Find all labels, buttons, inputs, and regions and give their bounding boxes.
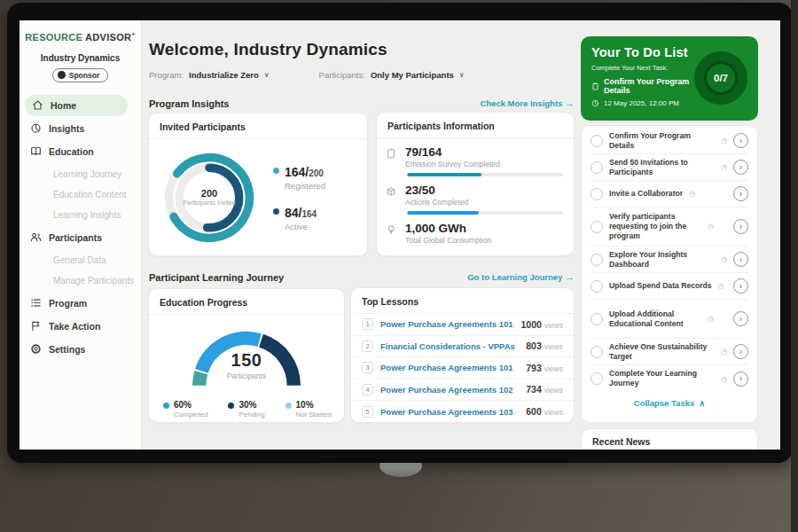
dashboard-screen: RESOURCE ADVISOR+ Industry Dynamics Spon…: [20, 20, 780, 450]
clock-icon: ◷: [708, 315, 714, 323]
task-row: Send 50 Invitations to Participants ◷ ›: [591, 154, 748, 181]
task-row: Upload Additional Educational Content ◷ …: [591, 300, 748, 339]
not-started-dot: [286, 403, 292, 409]
active-label: Active: [285, 222, 317, 231]
go-to-learning-journey-link[interactable]: Go to Learning Journey →: [467, 271, 575, 282]
sidebar-item-label: Home: [51, 100, 76, 111]
task-go-button[interactable]: ›: [733, 160, 748, 175]
rank-badge: 1: [362, 318, 373, 330]
clock-icon: ◷: [718, 282, 724, 290]
lesson-link[interactable]: Power Purchase Agreements 101: [380, 319, 513, 329]
task-checkbox[interactable]: [591, 188, 603, 200]
sidebar-item-insights[interactable]: Insights: [30, 118, 141, 139]
arrow-right-icon: →: [565, 271, 575, 282]
views-number: 734: [526, 384, 542, 395]
participants-dropdown[interactable]: Participants: Only My Participants ∨: [319, 70, 465, 80]
registered-label: Registered: [285, 181, 325, 191]
chevron-up-icon: ∧: [699, 398, 705, 408]
check-more-insights-link[interactable]: Check More Insights →: [480, 98, 575, 108]
invited-caption: Participants Invited: [183, 200, 236, 207]
lesson-link[interactable]: Power Purchase Agreements 103: [380, 407, 513, 417]
task-go-button[interactable]: ›: [733, 278, 748, 293]
legend-completed: 60% Completed: [163, 400, 208, 419]
sidebar-item-take-action[interactable]: Take Action: [30, 316, 141, 337]
chevron-right-icon: ›: [739, 314, 742, 324]
sidebar-item-general-data[interactable]: General Data: [30, 250, 141, 270]
sidebar-item-education[interactable]: Education: [30, 141, 141, 162]
lesson-row: 1 Power Purchase Agreements 101 1000 vie…: [351, 314, 574, 336]
task-checkbox[interactable]: [591, 313, 603, 325]
stat-value: 79/164: [405, 145, 500, 159]
participants-value: Only My Participants: [371, 70, 454, 80]
sidebar-item-learning-journey[interactable]: Learning Journey: [30, 164, 141, 184]
card-title: Education Progress: [149, 289, 344, 315]
sponsor-badge[interactable]: Sponsor: [52, 68, 108, 82]
legend-not-started: 10% Not Started: [286, 400, 332, 419]
views-number: 803: [526, 340, 542, 351]
task-go-button[interactable]: ›: [733, 219, 748, 234]
rank-badge: 3: [362, 362, 373, 373]
clock-icon: ◷: [721, 137, 727, 145]
task-go-button[interactable]: ›: [733, 344, 748, 359]
task-checkbox[interactable]: [591, 346, 603, 358]
active-value: 84/: [285, 206, 301, 220]
stat-label: Total Global Consumption: [405, 236, 491, 245]
book-icon: [30, 145, 42, 157]
stat-actions-completed: 23/50 Actions Completed: [377, 176, 574, 207]
sidebar-item-program[interactable]: Program: [30, 293, 141, 314]
task-checkbox[interactable]: [591, 161, 603, 174]
task-checkbox[interactable]: [591, 135, 603, 147]
task-label: Verify participants requesting to join t…: [609, 212, 701, 240]
sidebar-item-manage-participants[interactable]: Manage Participants: [30, 270, 141, 291]
not-started-pct: 10%: [296, 400, 332, 410]
clock-icon: [591, 99, 599, 107]
program-dropdown[interactable]: Program: Industrialize Zero ∨: [149, 70, 270, 80]
clock-icon: ◷: [721, 375, 727, 383]
task-checkbox[interactable]: [591, 221, 603, 233]
logo-secondary: ADVISOR: [85, 32, 131, 43]
gauge-center-label: 150 Participants: [180, 350, 313, 380]
sidebar-item-label: Settings: [49, 344, 85, 355]
donut-center-label: 200 Participants Invited: [183, 188, 236, 207]
stat-consumption: 1,000 GWh Total Global Consumption: [377, 215, 574, 245]
todo-progress-value: 0/7: [704, 61, 738, 95]
views-suffix: views: [544, 364, 563, 373]
collapse-tasks-link[interactable]: Collapse Tasks ∧: [591, 392, 748, 413]
task-go-button[interactable]: ›: [733, 186, 748, 201]
sidebar-item-settings[interactable]: Settings: [30, 339, 141, 360]
education-legend: 60% Completed 30% Pending: [149, 393, 344, 419]
task-checkbox[interactable]: [591, 254, 603, 266]
task-label: Send 50 Invitations to Participants: [609, 158, 715, 176]
legend-registered: 164/200 Registered: [273, 164, 325, 191]
task-go-button[interactable]: ›: [733, 372, 748, 387]
task-go-button[interactable]: ›: [733, 252, 748, 267]
logo-primary: RESOURCE: [25, 32, 82, 43]
clipboard-icon: [591, 82, 599, 90]
views-suffix: views: [544, 342, 563, 351]
clock-icon: ◷: [721, 163, 727, 171]
top-lessons-card: Top Lessons 1 Power Purchase Agreements …: [350, 287, 575, 423]
insights-icon: [30, 122, 42, 134]
sidebar-item-home[interactable]: Home: [25, 95, 128, 116]
task-row: Upload Spend Data Records ◷ ›: [591, 273, 748, 300]
pending-dot: [228, 403, 234, 409]
sidebar-item-label: Take Action: [49, 321, 100, 332]
task-row: Confirm Your Program Details ◷ ›: [591, 128, 748, 154]
sidebar-item-participants[interactable]: Participants: [30, 227, 141, 248]
recent-news-card: Recent News: [581, 428, 758, 450]
task-go-button[interactable]: ›: [733, 133, 748, 148]
lesson-link[interactable]: Power Purchase Agreements 102: [380, 385, 513, 395]
rank-badge: 2: [362, 340, 373, 352]
lesson-link[interactable]: Financial Considerations - VPPAs: [380, 341, 515, 351]
flag-icon: [30, 320, 42, 332]
task-go-button[interactable]: ›: [733, 311, 748, 326]
sidebar-item-learning-insights[interactable]: Learning Insights: [30, 205, 141, 225]
task-label: Explore Your Insights Dashboard: [609, 250, 715, 269]
active-total: 164: [301, 209, 317, 219]
task-checkbox[interactable]: [591, 280, 603, 293]
stat-value: 1,000 GWh: [405, 222, 491, 235]
todo-next-task: Confirm Your Program Details: [591, 77, 698, 95]
task-checkbox[interactable]: [591, 372, 603, 385]
lesson-link[interactable]: Power Purchase Agreements 101: [380, 363, 513, 372]
sidebar-item-education-content[interactable]: Education Content: [30, 184, 141, 205]
